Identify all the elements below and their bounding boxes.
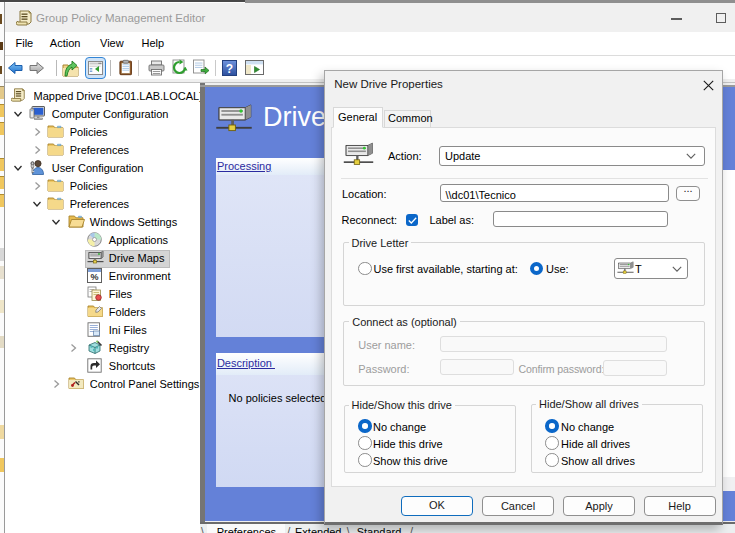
svg-text:%: % <box>90 272 98 282</box>
svg-text:?: ? <box>226 62 233 76</box>
